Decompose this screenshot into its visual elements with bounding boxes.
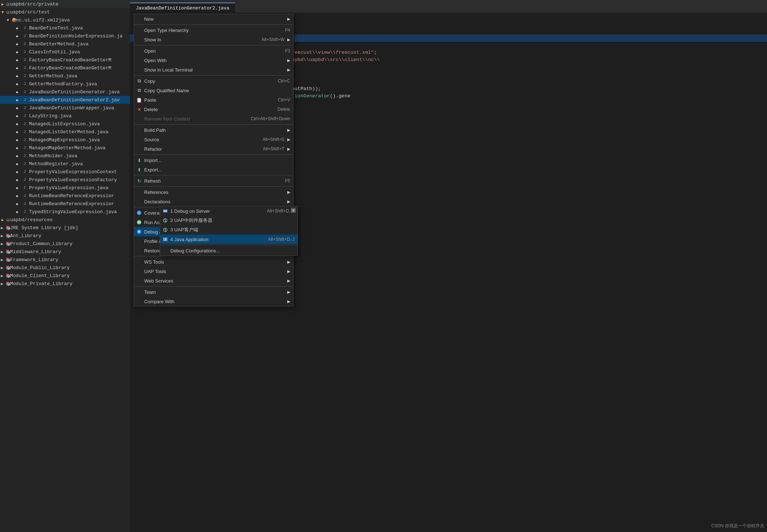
tree-item-java-13[interactable]: ▶ J ManagedMapExpression.java bbox=[0, 136, 130, 144]
expand-icon: ▶ bbox=[15, 209, 20, 215]
tree-item-java-12[interactable]: ▶ J ManagedListGetterMethod.java bbox=[0, 128, 130, 136]
tree-item-product[interactable]: ▶ 📚 Product_Common_Library bbox=[0, 240, 130, 248]
tree-item-java-8[interactable]: ▶ J JavaBeanDefinitionGenerator.java bbox=[0, 88, 130, 96]
menu-item-ws-tools[interactable]: WS Tools ▶ bbox=[134, 257, 293, 267]
menu-item-open[interactable]: Open F3 bbox=[134, 46, 293, 56]
coverage-icon: C bbox=[136, 210, 142, 216]
uap-middleware-icon bbox=[162, 218, 168, 223]
tree-label: MethodRegister.java bbox=[29, 161, 83, 167]
menu-item-open-type-hierarchy[interactable]: Open Type Hierarchy F4 bbox=[134, 25, 293, 35]
tree-item-java-2[interactable]: ▶ J BeanGetterMethod.java bbox=[0, 40, 130, 48]
tree-label: FactoryBeanCreatedBeanGetterM bbox=[29, 65, 111, 71]
submenu-arrow: ▶ bbox=[287, 279, 290, 283]
submenu-item-java-app[interactable]: J 4 Java Application Alt+Shift+D, J bbox=[160, 235, 297, 244]
menu-item-copy[interactable]: ⧉ Copy Ctrl+C bbox=[134, 76, 293, 86]
menu-item-show-in[interactable]: Show In Alt+Shift+W ▶ bbox=[134, 35, 293, 44]
tree-label: BeanDefineTest.java bbox=[29, 25, 83, 31]
copy-qualified-icon: ⧉ bbox=[136, 88, 142, 93]
submenu-item-uap-client[interactable]: 3 UAP客户端 bbox=[160, 225, 297, 235]
watermark: CSDN @我是一个假程序员 bbox=[711, 523, 764, 529]
tree-label: BeanDefinitionHolderExpression.ja bbox=[29, 33, 122, 39]
menu-item-paste[interactable]: 📋 Paste Ctrl+V bbox=[134, 95, 293, 105]
library-icon: ▶ 📚 bbox=[3, 257, 9, 263]
tree-label: TypedStringValueExpression.java bbox=[29, 209, 117, 215]
menu-item-open-with[interactable]: Open With ▶ bbox=[134, 56, 293, 65]
menu-item-references[interactable]: References ▶ bbox=[134, 187, 293, 197]
tree-item-module-private[interactable]: ▶ 📚 Module_Private_Library bbox=[0, 280, 130, 288]
debug-icon bbox=[136, 229, 142, 235]
tree-item-jre[interactable]: ▶ 📚 JRE System Library [jdk] bbox=[0, 224, 130, 232]
tree-item-java-21[interactable]: ▶ J RuntimeBeanReferenceExpressior bbox=[0, 200, 130, 208]
tree-item-package[interactable]: ▼ 📦 nc.ui.uif2.xml2java bbox=[0, 16, 130, 24]
tree-item-java-4[interactable]: ▶ J FactoryBeanCreatedBeanGetterM bbox=[0, 56, 130, 64]
menu-item-team[interactable]: Team ▶ bbox=[134, 287, 293, 297]
tree-item-java-0[interactable]: ▶ J BeanDefineTest.java bbox=[0, 24, 130, 32]
submenu-item-debug-server[interactable]: 1 Debug on Server Alt+Shift+D, R bbox=[160, 206, 297, 216]
tree-item-test[interactable]: ▼ 🗂 uapbd/src/test bbox=[0, 8, 130, 16]
tree-item-module-client[interactable]: ▶ 📚 Module_Client_Library bbox=[0, 272, 130, 280]
menu-item-export[interactable]: ⬆ Export... bbox=[134, 165, 293, 174]
tree-item-ant[interactable]: ▶ 📚 Ant_Library bbox=[0, 232, 130, 240]
paste-icon: 📋 bbox=[136, 97, 142, 103]
tab-active[interactable]: JavaBeanDefinitionGenerator2.java bbox=[130, 3, 235, 13]
java-icon: J bbox=[22, 169, 28, 175]
menu-label: Show In bbox=[144, 37, 256, 42]
menu-item-refactor[interactable]: Refactor Alt+Shift+T ▶ bbox=[134, 144, 293, 154]
tree-label: Module_Public_Library bbox=[10, 265, 70, 271]
tree-item-java-15[interactable]: ▶ J MethodHolder.java bbox=[0, 152, 130, 160]
submenu-arrow: ▶ bbox=[287, 199, 290, 204]
svg-text:J: J bbox=[165, 238, 166, 241]
tree-item-java-selected[interactable]: ▶ J JavaBeanDefinitionGenerator2.jav bbox=[0, 96, 130, 104]
package-icon: ▼ 📦 bbox=[9, 17, 15, 23]
tree-item-module-public[interactable]: ▶ 📚 Module_Public_Library bbox=[0, 264, 130, 272]
tree-item-java-11[interactable]: ▶ J ManagedListExprssion.java bbox=[0, 120, 130, 128]
menu-item-web-services[interactable]: Web Services ▶ bbox=[134, 276, 293, 285]
tree-item-private[interactable]: ▶ 🗂 uapbd/src/private bbox=[0, 0, 130, 8]
tree-item-java-6[interactable]: ▶ J GetterMethod.java bbox=[0, 72, 130, 80]
tree-item-java-17[interactable]: ▶ J PropertyValueExcpressionContext bbox=[0, 168, 130, 176]
menu-item-remove-context[interactable]: Remove from Context Ctrl+Alt+Shift+Down bbox=[134, 114, 293, 123]
tree-item-java-22[interactable]: ▶ J TypedStringValueExpression.java bbox=[0, 208, 130, 216]
menu-item-source[interactable]: Source Alt+Shift+S ▶ bbox=[134, 135, 293, 144]
tree-item-middleware[interactable]: ▶ 📚 Middleware_Library bbox=[0, 248, 130, 256]
menu-item-build-path[interactable]: Build Path ▶ bbox=[134, 125, 293, 135]
tree-item-framework[interactable]: ▶ 📚 Framework_Library bbox=[0, 256, 130, 264]
submenu-item-uap-middleware[interactable]: 2 UAP中间件服务器 bbox=[160, 216, 297, 225]
tree-item-java-14[interactable]: ▶ J ManagedMapGetterMethod.java bbox=[0, 144, 130, 152]
menu-item-new[interactable]: New ▶ bbox=[134, 14, 293, 24]
tree-item-java-5[interactable]: ▶ J FactoryBeanCreatedBeanGetterM bbox=[0, 64, 130, 72]
tree-item-java-10[interactable]: ▶ J LazyString.java bbox=[0, 112, 130, 120]
expand-icon: ▶ bbox=[15, 89, 20, 95]
tree-item-java-7[interactable]: ▶ J GetterMethodFactory.java bbox=[0, 80, 130, 88]
tree-item-java-20[interactable]: ▶ J RuntimeBeanReferenceExpressior bbox=[0, 192, 130, 200]
menu-separator bbox=[134, 256, 293, 256]
tree-item-resources[interactable]: ▶ 🗂 uapbd/resources bbox=[0, 216, 130, 224]
tree-label: uapbd/src/private bbox=[10, 1, 58, 7]
menu-item-compare-with[interactable]: Compare With ▶ bbox=[134, 297, 293, 306]
tree-label: uapbd/src/test bbox=[10, 9, 50, 15]
tree-item-java-16[interactable]: ▶ J MethodRegister.java bbox=[0, 160, 130, 168]
menu-item-import[interactable]: ⬇ Import... bbox=[134, 155, 293, 165]
menu-item-show-local-terminal[interactable]: Show in Local Terminal ▶ bbox=[134, 65, 293, 74]
tree-item-java-3[interactable]: ▶ J ClassInfoUtil.java bbox=[0, 48, 130, 56]
menu-item-uap-tools[interactable]: UAP Tools ▶ bbox=[134, 267, 293, 276]
menu-item-copy-qualified[interactable]: ⧉ Copy Qualified Name bbox=[134, 86, 293, 95]
library-icon: ▶ 📚 bbox=[3, 225, 9, 231]
tree-item-java-18[interactable]: ▶ J PropertyValueExepressionFactory bbox=[0, 176, 130, 184]
expand-icon: ▶ bbox=[15, 113, 20, 119]
menu-item-refresh[interactable]: ↻ Refresh F5 bbox=[134, 176, 293, 186]
java-icon: J bbox=[22, 65, 28, 71]
submenu-item-debug-configs[interactable]: Debug Configurations... bbox=[160, 246, 297, 255]
java-icon: J bbox=[22, 89, 28, 95]
menu-item-delete[interactable]: ✕ Delete Delete bbox=[134, 105, 293, 114]
tree-item-java-19[interactable]: ▶ I PropertyValueExpression.java bbox=[0, 184, 130, 192]
refresh-icon: ↻ bbox=[136, 178, 142, 184]
library-icon: ▶ 📚 bbox=[3, 281, 9, 287]
menu-shortcut: Alt+Shift+W bbox=[261, 37, 284, 42]
tree-item-java-9[interactable]: ▶ J JavaBeanDefinitionWrapper.java bbox=[0, 104, 130, 112]
menu-label: Web Services bbox=[144, 278, 284, 284]
menu-item-declarations[interactable]: Declarations ▶ bbox=[134, 197, 293, 206]
java-icon: J bbox=[22, 73, 28, 79]
tree-item-java-1[interactable]: ▶ J BeanDefinitionHolderExpression.ja bbox=[0, 32, 130, 40]
java-icon: J bbox=[22, 209, 28, 215]
